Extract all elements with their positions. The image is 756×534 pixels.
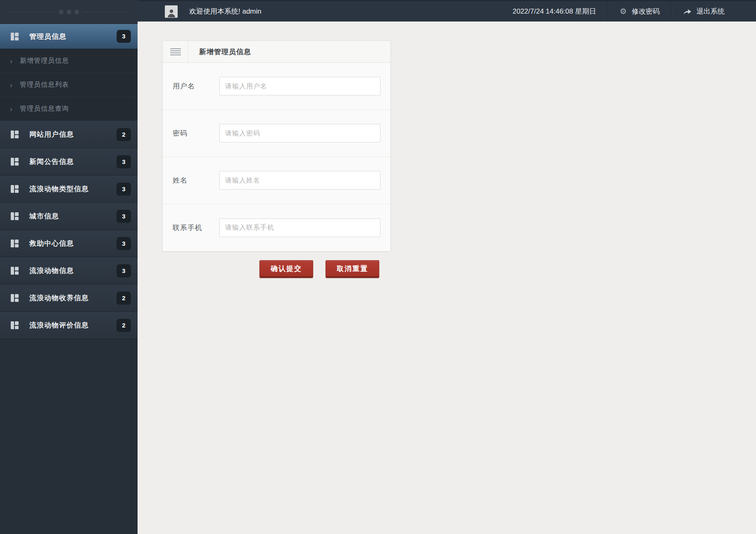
username-label: 用户名 — [163, 81, 219, 91]
grid-icon — [11, 185, 19, 193]
form-row-password: 密码 — [163, 110, 390, 157]
submenu-item-label: 管理员信息列表 — [20, 81, 69, 89]
sidebar-item-news-announcements[interactable]: 新闻公告信息 3 — [0, 148, 138, 176]
gear-icon: ⚙ — [620, 7, 627, 15]
phone-label: 联系手机 — [163, 223, 219, 233]
sidebar-item-label: 流浪动物信息 — [29, 266, 74, 275]
form-panel: 新增管理员信息 用户名 密码 姓名 联系手机 — [162, 40, 391, 252]
chevron-right-icon: › — [10, 81, 12, 89]
submenu-item-label: 管理员信息查询 — [20, 104, 69, 113]
sidebar-item-rescue-centers[interactable]: 救助中心信息 3 — [0, 230, 138, 257]
submenu-item-label: 新增管理员信息 — [20, 57, 69, 65]
hamburger-icon — [170, 48, 181, 55]
change-password-label: 修改密码 — [632, 7, 660, 16]
submenu-item-admin-list[interactable]: › 管理员信息列表 — [0, 73, 138, 97]
grid-icon — [11, 158, 19, 166]
divider-line — [83, 12, 131, 12]
panel-header: 新增管理员信息 — [163, 41, 390, 63]
sidebar-item-animal-types[interactable]: 流浪动物类型信息 3 — [0, 176, 138, 203]
grid-icon — [11, 294, 19, 302]
count-badge: 3 — [117, 183, 131, 195]
chevron-right-icon: › — [10, 57, 12, 65]
panel-title: 新增管理员信息 — [188, 41, 251, 62]
panel-menu-button[interactable] — [163, 41, 188, 62]
welcome-area: 欢迎使用本系统! admin — [165, 5, 501, 18]
sidebar-item-adoptions[interactable]: 流浪动物收养信息 2 — [0, 285, 138, 312]
sidebar-item-label: 流浪动物收养信息 — [29, 293, 89, 303]
grid-icon — [11, 240, 19, 247]
submit-button[interactable]: 确认提交 — [259, 260, 313, 278]
sidebar-item-label: 新闻公告信息 — [29, 157, 74, 166]
sidebar-item-admin-info[interactable]: 管理员信息 3 — [0, 24, 138, 49]
grid-icon — [11, 321, 19, 329]
form-actions: 确认提交 取消重置 — [162, 260, 391, 278]
sidebar-item-cities[interactable]: 城市信息 3 — [0, 203, 138, 230]
change-password-button[interactable]: ⚙ 修改密码 — [608, 1, 671, 21]
count-badge: 3 — [117, 210, 131, 223]
user-avatar-icon — [165, 5, 178, 18]
submenu-item-admin-query[interactable]: › 管理员信息查询 — [0, 97, 138, 121]
logout-arrow-icon — [683, 8, 692, 15]
count-badge: 2 — [117, 128, 131, 141]
submenu-item-add-admin[interactable]: › 新增管理员信息 — [0, 49, 138, 73]
sidebar-top-bar — [0, 0, 138, 24]
reset-button[interactable]: 取消重置 — [326, 260, 379, 278]
grid-icon — [11, 212, 19, 220]
phone-input[interactable] — [219, 218, 380, 237]
sidebar-item-stray-animals[interactable]: 流浪动物信息 3 — [0, 257, 138, 285]
form-row-name: 姓名 — [163, 157, 390, 204]
sidebar: 管理员信息 3 › 新增管理员信息 › 管理员信息列表 › 管理员信息查询 网站… — [0, 0, 138, 534]
sidebar-item-label: 城市信息 — [29, 211, 59, 221]
grid-icon — [11, 131, 19, 138]
password-input[interactable] — [219, 124, 380, 142]
count-badge: 2 — [117, 319, 131, 332]
three-dots-icon — [59, 10, 79, 14]
logout-label: 退出系统 — [697, 7, 725, 16]
sidebar-item-label: 流浪动物评价信息 — [29, 320, 89, 330]
sidebar-item-label: 流浪动物类型信息 — [29, 184, 89, 194]
app-screen: 管理员信息 3 › 新增管理员信息 › 管理员信息列表 › 管理员信息查询 网站… — [0, 0, 756, 534]
chevron-right-icon: › — [10, 105, 12, 113]
count-badge: 2 — [117, 292, 131, 304]
sidebar-item-animal-reviews[interactable]: 流浪动物评价信息 2 — [0, 312, 138, 339]
username-input[interactable] — [219, 77, 380, 95]
top-header: 欢迎使用本系统! admin 2022/7/24 14:46:08 星期日 ⚙ … — [138, 0, 756, 21]
form-row-username: 用户名 — [163, 63, 390, 110]
sidebar-item-label: 救助中心信息 — [29, 239, 74, 248]
main-content: 新增管理员信息 用户名 密码 姓名 联系手机 确认提交 取消重置 — [138, 21, 756, 534]
form-row-phone: 联系手机 — [163, 204, 390, 251]
divider-line — [7, 12, 55, 12]
name-input[interactable] — [219, 171, 380, 190]
header-end-cap — [736, 1, 756, 21]
sidebar-item-label: 管理员信息 — [29, 32, 67, 41]
name-label: 姓名 — [163, 176, 219, 185]
sidebar-item-site-users[interactable]: 网站用户信息 2 — [0, 121, 138, 148]
password-label: 密码 — [163, 128, 219, 138]
grid-icon — [11, 267, 19, 275]
datetime-display: 2022/7/24 14:46:08 星期日 — [501, 1, 608, 21]
sidebar-item-label: 网站用户信息 — [29, 130, 74, 139]
count-badge: 3 — [117, 30, 131, 43]
count-badge: 3 — [117, 156, 131, 168]
count-badge: 3 — [117, 237, 131, 250]
logout-button[interactable]: 退出系统 — [671, 1, 736, 21]
welcome-text: 欢迎使用本系统! admin — [189, 7, 262, 16]
grid-icon — [11, 33, 19, 40]
count-badge: 3 — [117, 265, 131, 277]
